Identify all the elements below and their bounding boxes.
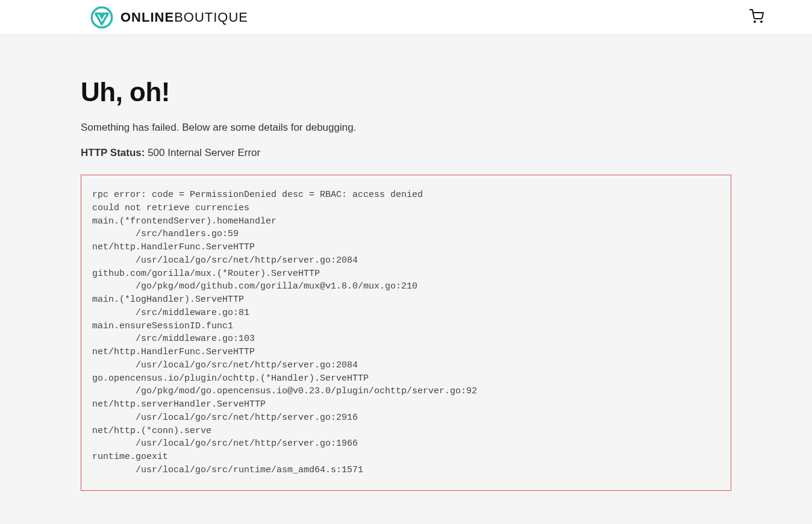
brand-logo-icon xyxy=(90,6,113,29)
http-status-value: 500 Internal Server Error xyxy=(148,147,260,158)
brand-link[interactable]: ONLINEBOUTIQUE xyxy=(90,6,248,29)
http-status: HTTP Status: 500 Internal Server Error xyxy=(81,147,731,159)
stack-trace: rpc error: code = PermissionDenied desc … xyxy=(81,175,731,491)
brand-text: ONLINEBOUTIQUE xyxy=(120,10,248,25)
svg-point-2 xyxy=(761,21,762,22)
error-title: Uh, oh! xyxy=(81,77,731,107)
main-content: Uh, oh! Something has failed. Below are … xyxy=(0,35,812,524)
cart-link[interactable] xyxy=(749,9,764,26)
cart-icon xyxy=(749,9,764,26)
svg-point-1 xyxy=(754,21,755,22)
navbar: ONLINEBOUTIQUE xyxy=(0,0,812,35)
error-subtitle: Something has failed. Below are some det… xyxy=(81,122,731,134)
http-status-label: HTTP Status: xyxy=(81,147,145,158)
